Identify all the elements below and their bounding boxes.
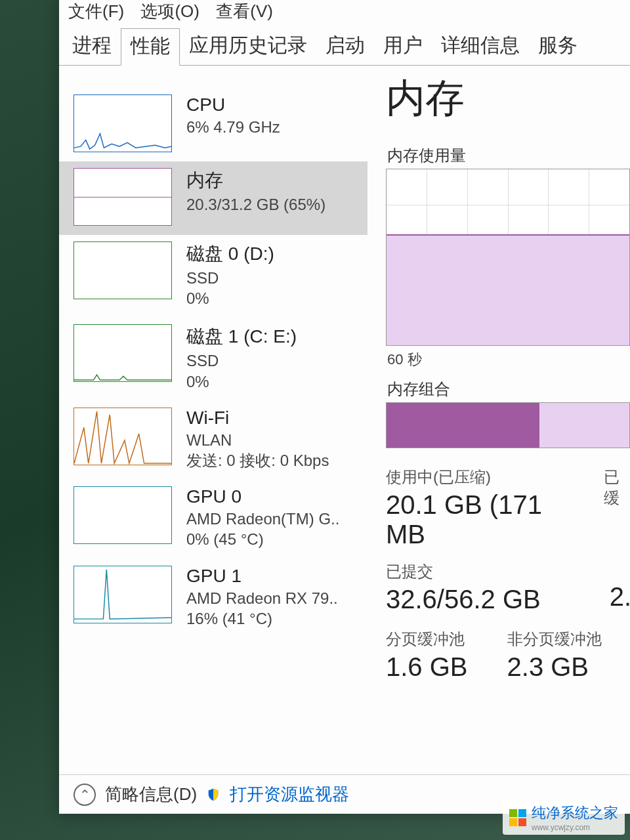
sidebar-item-label: 磁盘 1 (C: E:) (186, 324, 297, 349)
sidebar-item-sub: AMD Radeon RX 79.. (186, 588, 338, 608)
disk-sparkline-icon (74, 242, 172, 299)
open-resource-monitor-link[interactable]: 打开资源监视器 (230, 783, 349, 806)
sidebar-item-sub2: 16% (41 °C) (186, 608, 338, 629)
sidebar-item-label: GPU 0 (186, 486, 339, 507)
shield-icon (206, 788, 220, 802)
sidebar-item-sub2: 0% (45 °C) (186, 529, 339, 549)
sidebar-item-label: 内存 (186, 168, 326, 193)
stat-col3-val: 2. (610, 561, 630, 614)
watermark: 纯净系统之家 www.ycwjzy.com (503, 801, 625, 835)
watermark-url: www.ycwjzy.com (532, 823, 618, 832)
sidebar-item-cpu[interactable]: CPU 6% 4.79 GHz (59, 88, 368, 161)
tab-processes[interactable]: 进程 (63, 28, 121, 65)
gpu-sparkline-icon (74, 566, 172, 623)
chart-time-axis: 60 秒 (387, 350, 630, 369)
brief-info-link[interactable]: 简略信息(D) (105, 783, 197, 806)
tab-services[interactable]: 服务 (529, 28, 587, 65)
wifi-sparkline-icon (74, 408, 172, 465)
sidebar-item-sub: WLAN (186, 430, 329, 450)
sidebar-item-label: Wi-Fi (186, 408, 329, 429)
stat-paged: 分页缓冲池 1.6 GB (386, 629, 468, 682)
tab-users[interactable]: 用户 (374, 28, 432, 65)
sidebar-item-disk0[interactable]: 磁盘 0 (D:) SSD 0% (59, 235, 368, 318)
menu-view[interactable]: 查看(V) (216, 1, 273, 21)
page-title: 内存 (386, 72, 630, 125)
stat-in-use: 使用中(已压缩) 20.1 GB (171 MB (386, 467, 564, 549)
sidebar-item-gpu1[interactable]: GPU 1 AMD Radeon RX 79.. 16% (41 °C) (59, 559, 368, 638)
watermark-name: 纯净系统之家 (532, 805, 618, 821)
tab-apphistory[interactable]: 应用历史记录 (180, 28, 316, 65)
menubar: 文件(F) 选项(O) 查看(V) (59, 0, 630, 27)
sidebar-item-sub: SSD (186, 268, 274, 288)
sidebar-item-wifi[interactable]: Wi-Fi WLAN 发送: 0 接收: 0 Kbps (59, 401, 368, 480)
sidebar-item-sub2: 0% (186, 288, 274, 308)
stat-nonpaged: 非分页缓冲池 2.3 GB (507, 629, 602, 682)
composition-label: 内存组合 (387, 379, 630, 400)
sidebar-item-disk1[interactable]: 磁盘 1 (C: E:) SSD 0% (59, 318, 368, 400)
sidebar-item-sub: 20.3/31.2 GB (65%) (186, 194, 326, 215)
sidebar-item-sub2: 0% (186, 371, 297, 392)
memory-usage-chart (386, 169, 630, 346)
menu-options[interactable]: 选项(O) (140, 1, 200, 21)
tabbar: 进程 性能 应用历史记录 启动 用户 详细信息 服务 (59, 27, 630, 66)
task-manager-window: 文件(F) 选项(O) 查看(V) 进程 性能 应用历史记录 启动 用户 详细信… (59, 0, 630, 814)
cpu-sparkline-icon (74, 94, 172, 152)
sidebar-item-label: GPU 1 (186, 566, 338, 587)
sidebar-item-label: 磁盘 0 (D:) (186, 242, 274, 266)
memory-composition-bar (386, 402, 630, 448)
sidebar-item-gpu0[interactable]: GPU 0 AMD Radeon(TM) G.. 0% (45 °C) (59, 480, 368, 558)
menu-file[interactable]: 文件(F) (68, 1, 124, 21)
gpu-sparkline-icon (74, 486, 172, 544)
sidebar-item-memory[interactable]: 内存 20.3/31.2 GB (65%) (59, 161, 368, 235)
chevron-up-icon[interactable]: ⌃ (74, 784, 96, 806)
chart-label: 内存使用量 (387, 145, 630, 166)
stat-committed: 已提交 32.6/56.2 GB (386, 561, 541, 614)
sidebar-item-sub: SSD (186, 350, 297, 371)
stat-cached: 已缓 (604, 467, 630, 549)
main-panel: 内存 内存使用量 60 秒 内存组合 使用中(已压缩) 20.1 GB (171… (368, 66, 630, 807)
sidebar-item-sub: 6% 4.79 GHz (186, 117, 280, 137)
sidebar-item-label: CPU (186, 94, 280, 116)
tab-startup[interactable]: 启动 (316, 28, 374, 65)
tab-details[interactable]: 详细信息 (432, 28, 529, 65)
sidebar-item-sub: AMD Radeon(TM) G.. (186, 509, 339, 529)
memory-sparkline-icon (74, 168, 172, 226)
tab-performance[interactable]: 性能 (121, 28, 180, 66)
windows-logo-icon (509, 809, 526, 826)
disk-sparkline-icon (74, 324, 172, 382)
performance-sidebar: CPU 6% 4.79 GHz 内存 20.3/31.2 GB (65%) 磁盘… (59, 66, 368, 807)
sidebar-item-sub2: 发送: 0 接收: 0 Kbps (186, 450, 329, 471)
